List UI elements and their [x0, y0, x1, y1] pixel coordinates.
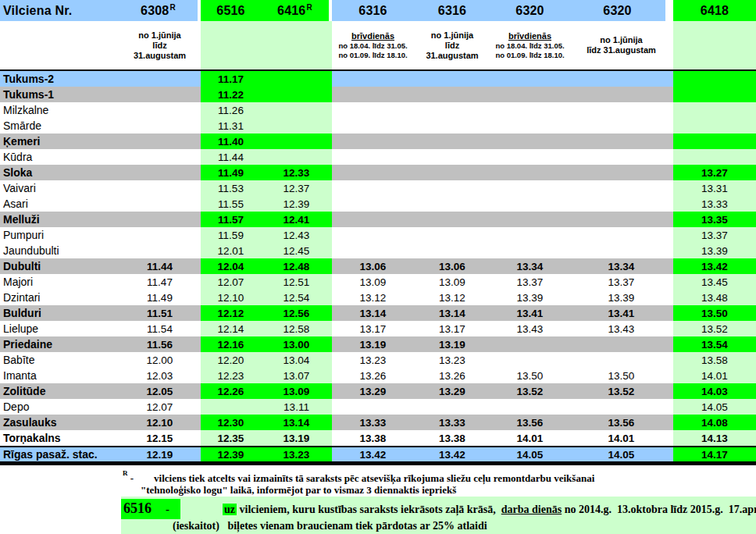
station-name: Lielupe — [0, 321, 119, 336]
time-cell: 14.05 — [569, 447, 673, 461]
train-number-col2: 6516 — [201, 0, 261, 21]
time-cell — [490, 87, 569, 102]
time-cell — [261, 102, 332, 118]
time-cell: 13.23 — [332, 352, 414, 368]
train-number-col4: 6316 — [332, 0, 414, 21]
time-cell — [673, 118, 756, 134]
time-cell — [119, 71, 201, 87]
time-cell: 13.23 — [261, 447, 332, 461]
time-cell — [119, 118, 201, 134]
station-row-bab-te: Babīte12.0012.2013.0413.2313.2313.58 — [0, 352, 756, 368]
time-cell — [261, 118, 332, 134]
station-row-majori: Majori11.4712.0712.5113.0913.0913.3713.3… — [0, 274, 756, 290]
time-cell — [414, 243, 490, 258]
time-cell — [490, 71, 569, 87]
time-cell — [414, 149, 490, 165]
footnote-r-symbol: R - — [123, 472, 134, 484]
time-cell — [569, 102, 673, 118]
time-cell: 11.40 — [201, 134, 261, 149]
time-cell — [569, 212, 673, 227]
validity-note-col2 — [201, 21, 261, 69]
time-cell: 13.50 — [673, 305, 756, 321]
time-cell: 14.01 — [490, 430, 569, 446]
time-cell: 13.04 — [261, 352, 332, 368]
time-cell: 13.14 — [332, 305, 414, 321]
station-row-bulduri: Bulduri11.5112.1212.5613.1413.1413.4113.… — [0, 305, 756, 321]
time-cell — [119, 196, 201, 212]
time-cell — [332, 243, 414, 258]
station-rows: Tukums-211.17Tukums-111.22Milzkalne11.26… — [0, 71, 756, 461]
time-cell: 12.58 — [261, 321, 332, 336]
station-name: Dzintari — [0, 290, 119, 305]
time-cell — [569, 352, 673, 368]
station-row-mellu-i: Melluži11.5712.4113.35 — [0, 212, 756, 227]
time-cell: 13.17 — [414, 321, 490, 336]
station-row-sm-rde: Smārde11.31 — [0, 118, 756, 134]
time-cell — [332, 134, 414, 149]
time-cell — [414, 118, 490, 134]
time-cell: 11.44 — [119, 258, 201, 274]
time-cell — [490, 196, 569, 212]
time-cell — [569, 165, 673, 180]
time-cell: 13.34 — [569, 258, 673, 274]
time-cell: 13.07 — [261, 368, 332, 383]
time-cell — [673, 149, 756, 165]
station-row-k-dra: Kūdra11.44 — [0, 149, 756, 165]
time-cell — [490, 165, 569, 180]
time-cell: 13.14 — [261, 415, 332, 430]
validity-note-col1: no 1.jūnijalīdz31.augustam — [119, 21, 201, 69]
time-cell: 13.31 — [673, 180, 756, 196]
time-cell — [569, 87, 673, 102]
table-bottom-border — [0, 461, 756, 465]
time-cell: 13.29 — [332, 383, 414, 399]
time-cell: 13.09 — [332, 274, 414, 290]
time-cell: 11.26 — [201, 102, 261, 118]
train-6516-highlight: 6516- — [121, 499, 180, 519]
time-cell: 13.50 — [490, 368, 569, 383]
time-cell: 13.50 — [569, 368, 673, 383]
time-cell: 12.00 — [119, 352, 201, 368]
footnote-remont-line2: "tehnoloģisko logu" laikā, informējot pa… — [141, 484, 756, 497]
time-cell — [119, 149, 201, 165]
time-cell — [119, 227, 201, 243]
station-row-vaivari: Vaivari11.5312.3713.31 — [0, 180, 756, 196]
time-cell: 13.37 — [569, 274, 673, 290]
validity-note-col6: brīvdienāsno 18.04. līdz 31.05.no 01.09.… — [490, 21, 569, 69]
time-cell — [673, 71, 756, 87]
station-name: Jaundubulti — [0, 243, 119, 258]
time-cell — [201, 399, 261, 415]
time-cell — [569, 243, 673, 258]
time-cell — [490, 399, 569, 415]
station-name: Melluži — [0, 212, 119, 227]
time-cell — [119, 102, 201, 118]
station-name: Pumpuri — [0, 227, 119, 243]
time-cell: 14.05 — [673, 399, 756, 415]
time-cell: 14.17 — [673, 447, 756, 461]
station-name: Milzkalne — [0, 102, 119, 118]
validity-note-col7: no 1.jūnijalīdz 31.augustam — [569, 21, 673, 69]
footnote-remont: R -vilciens tiek atcelts vai izmainīts t… — [0, 470, 756, 497]
time-cell — [569, 196, 673, 212]
time-cell: 13.41 — [490, 305, 569, 321]
station-row-imanta: Imanta12.0312.2313.0713.2613.2613.5013.5… — [0, 368, 756, 383]
time-cell — [414, 180, 490, 196]
station-name: Bulduri — [0, 305, 119, 321]
station-name: Tukums-1 — [0, 87, 119, 102]
time-cell — [119, 165, 201, 180]
station-row-tukums-1: Tukums-111.22 — [0, 87, 756, 102]
station-name: Asari — [0, 196, 119, 212]
validity-note-col8 — [673, 21, 756, 69]
time-cell: 12.14 — [201, 321, 261, 336]
time-cell — [490, 149, 569, 165]
time-cell: 13.06 — [332, 258, 414, 274]
station-row-zasulauks: Zasulauks12.1012.3013.1413.3313.3313.561… — [0, 415, 756, 430]
time-cell: 13.39 — [673, 243, 756, 258]
time-cell: 11.57 — [201, 212, 261, 227]
train-number-col5: 6316 — [414, 0, 490, 21]
station-name: Zolitūde — [0, 383, 119, 399]
station-row-priedaine: Priedaine11.5612.1613.0013.1913.1913.54 — [0, 336, 756, 352]
time-cell — [261, 149, 332, 165]
time-cell — [332, 399, 414, 415]
time-cell: 12.20 — [201, 352, 261, 368]
time-cell: 13.33 — [332, 415, 414, 430]
